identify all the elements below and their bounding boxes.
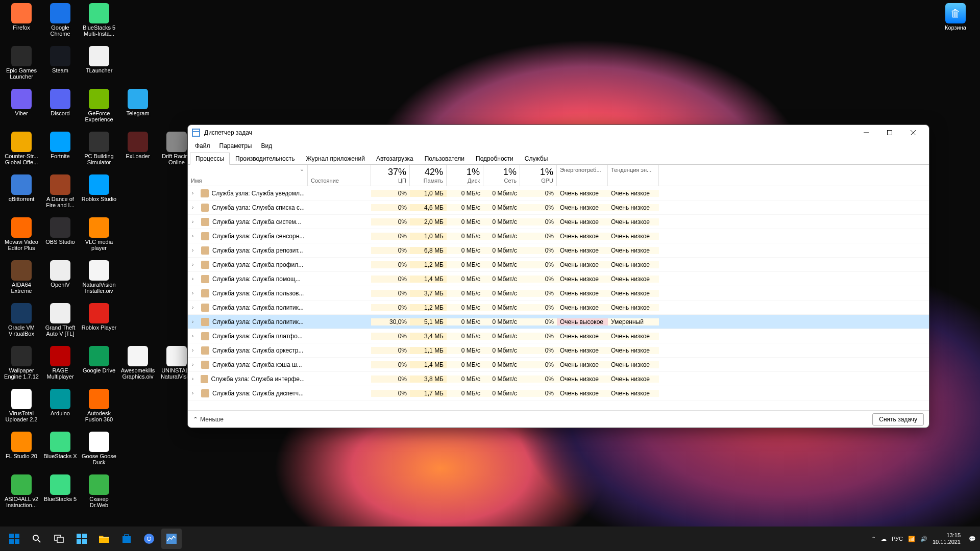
desktop-icon[interactable]: Сканер Dr.Web [80, 473, 118, 516]
menu-item[interactable]: Файл [191, 141, 214, 151]
file-explorer-button[interactable] [94, 529, 114, 549]
expand-icon[interactable]: › [192, 305, 198, 310]
process-row[interactable]: ›Служба узла: Служба кэша ш...0%1,4 МБ0 … [188, 358, 929, 372]
col-power[interactable]: Энергопотреб... [557, 165, 608, 186]
tab[interactable]: Службы [519, 153, 553, 165]
microsoft-store-button[interactable] [116, 529, 137, 549]
desktop-icon[interactable]: Roblox Studio [80, 173, 118, 216]
expand-icon[interactable]: › [192, 205, 198, 210]
expand-icon[interactable]: › [192, 390, 198, 396]
expand-icon[interactable]: › [192, 233, 198, 239]
col-cpu[interactable]: 37%ЦП [371, 165, 410, 186]
task-manager-window[interactable]: Диспетчер задач ФайлПараметрыВид Процесс… [187, 124, 929, 428]
desktop-icon[interactable]: FL Studio 20 [2, 431, 41, 473]
tab[interactable]: Автозагрузка [371, 153, 419, 165]
desktop-icon[interactable]: RAGE Multiplayer [41, 345, 80, 388]
desktop-icon[interactable]: qBittorrent [2, 173, 41, 216]
process-row[interactable]: ›Служба узла: Служба репозит...0%6,8 МБ0… [188, 243, 929, 258]
expand-icon[interactable]: › [192, 290, 198, 296]
desktop-icon[interactable]: VLC media player [80, 216, 118, 259]
desktop-icon[interactable]: OpenIV [41, 259, 80, 302]
desktop-icon[interactable]: Viber [2, 88, 41, 131]
onedrive-icon[interactable]: ☁ [881, 536, 887, 542]
tab[interactable]: Пользователи [419, 153, 470, 165]
recycle-bin-icon[interactable]: 🗑 Корзина [936, 2, 975, 32]
tab[interactable]: Процессы [190, 153, 230, 165]
language-indicator[interactable]: РУС [892, 536, 903, 542]
process-row[interactable]: ›Служба узла: Служба сенсорн...0%1,0 МБ0… [188, 229, 929, 243]
menu-item[interactable]: Вид [257, 141, 276, 151]
wifi-icon[interactable]: 📶 [908, 536, 915, 542]
notifications-icon[interactable]: 💬 [969, 536, 976, 542]
desktop-icon[interactable]: Firefox [2, 2, 41, 45]
desktop-icon[interactable]: ExLoader [118, 131, 157, 173]
col-name[interactable]: Имя ⌄ [188, 165, 308, 186]
process-row[interactable]: ›Служба узла: Служба интерфе...0%3,8 МБ0… [188, 372, 929, 386]
process-row[interactable]: ›Служба узла: Служба списка с...0%4,6 МБ… [188, 201, 929, 215]
desktop-icon[interactable]: BlueStacks 5 [41, 473, 80, 516]
tab[interactable]: Журнал приложений [301, 153, 371, 165]
desktop-icon[interactable]: NaturalVision Installer.oiv [80, 259, 118, 302]
desktop-icon[interactable]: Google Drive [80, 345, 118, 388]
group-chevron-icon[interactable]: ⌄ [300, 166, 304, 172]
desktop-icon[interactable]: Wallpaper Engine 1.7.12 [2, 345, 41, 388]
process-list[interactable]: ›Служба узла: Служба уведомл...0%1,0 МБ0… [188, 186, 929, 410]
col-disk[interactable]: 1%Диск [447, 165, 483, 186]
desktop-icon[interactable]: Epic Games Launcher [2, 45, 41, 88]
process-row[interactable]: ›Служба узла: Служба платфо...0%3,4 МБ0 … [188, 329, 929, 343]
desktop-icon[interactable]: Steam [41, 45, 80, 88]
col-trend[interactable]: Тенденция эн... [608, 165, 659, 186]
titlebar[interactable]: Диспетчер задач [188, 125, 929, 140]
widgets-button[interactable] [71, 529, 92, 549]
desktop-icon[interactable]: Goose Goose Duck [80, 431, 118, 473]
col-state[interactable]: Состояние [308, 165, 371, 186]
desktop-icon[interactable]: Movavi Video Editor Plus [2, 216, 41, 259]
process-row[interactable]: ›Служба узла: Служба диспетч...0%1,7 МБ0… [188, 386, 929, 400]
maximize-button[interactable] [878, 125, 901, 140]
expand-icon[interactable]: › [192, 276, 198, 282]
volume-icon[interactable]: 🔊 [920, 536, 927, 542]
task-manager-pinned-button[interactable] [161, 529, 182, 549]
col-memory[interactable]: 42%Память [410, 165, 447, 186]
desktop-icon[interactable]: VirusTotal Uploader 2.2 [2, 388, 41, 431]
end-task-button[interactable]: Снять задачу [872, 413, 924, 425]
desktop-icon[interactable]: Autodesk Fusion 360 [80, 388, 118, 431]
process-row[interactable]: ›Служба узла: Служба политик...30,0%5,1 … [188, 315, 929, 329]
close-button[interactable] [901, 125, 925, 140]
desktop-icon[interactable]: TLauncher [80, 45, 118, 88]
desktop-icon[interactable]: Google Chrome [41, 2, 80, 45]
process-row[interactable]: ›Служба узла: Служба политик...0%1,2 МБ0… [188, 300, 929, 315]
expand-icon[interactable]: › [192, 190, 198, 196]
desktop-icon[interactable]: Roblox Player [80, 302, 118, 345]
col-network[interactable]: 1%Сеть [483, 165, 520, 186]
task-view-button[interactable] [49, 529, 69, 549]
desktop-icon[interactable]: Counter-Str... Global Offe... [2, 131, 41, 173]
desktop-icon[interactable]: Fortnite [41, 131, 80, 173]
desktop-icon[interactable]: A Dance of Fire and I... [41, 173, 80, 216]
tray-chevron-icon[interactable]: ⌃ [871, 536, 876, 542]
expand-icon[interactable]: › [192, 319, 198, 324]
search-button[interactable] [27, 529, 47, 549]
expand-icon[interactable]: › [192, 347, 198, 353]
expand-icon[interactable]: › [192, 219, 198, 224]
desktop-icon[interactable]: OBS Studio [41, 216, 80, 259]
expand-icon[interactable]: › [192, 362, 198, 367]
process-row[interactable]: ›Служба узла: Служба оркестр...0%1,1 МБ0… [188, 343, 929, 358]
expand-icon[interactable]: › [192, 333, 198, 339]
expand-icon[interactable]: › [192, 262, 198, 267]
start-button[interactable] [4, 529, 24, 549]
tab[interactable]: Производительность [230, 153, 300, 165]
fewer-details-link[interactable]: ⌃ Меньше [193, 416, 224, 423]
desktop-icon[interactable]: Grand Theft Auto V [TL] [41, 302, 80, 345]
expand-icon[interactable]: › [192, 247, 198, 253]
desktop-icon[interactable]: GeForce Experience [80, 88, 118, 131]
expand-icon[interactable]: › [192, 376, 198, 382]
desktop-icon[interactable]: Awesomekills Graphics.oiv [118, 345, 157, 388]
process-row[interactable]: ›Служба узла: Служба пользов...0%3,7 МБ0… [188, 286, 929, 300]
desktop-icon[interactable]: BlueStacks 5 Multi-Insta... [80, 2, 118, 45]
desktop-icon[interactable]: Discord [41, 88, 80, 131]
process-row[interactable]: ›Служба узла: Служба уведомл...0%1,0 МБ0… [188, 186, 929, 201]
desktop-icon[interactable]: PC Building Simulator [80, 131, 118, 173]
process-row[interactable]: ›Служба узла: Служба помощ...0%1,4 МБ0 М… [188, 272, 929, 286]
taskbar[interactable]: ⌃ ☁ РУС 📶 🔊 13:15 10.11.2021 💬 [0, 527, 980, 551]
